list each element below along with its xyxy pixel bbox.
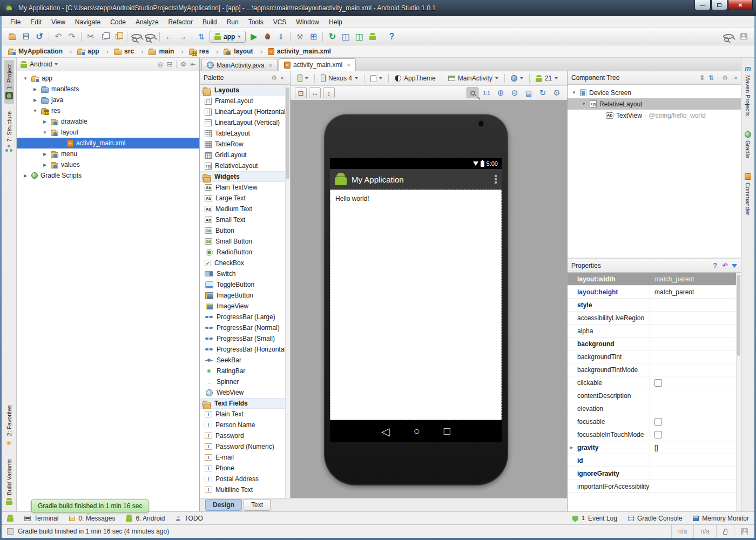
tool-tab-commander[interactable]: Commander bbox=[745, 173, 751, 215]
sdk-manager-icon[interactable]: ◫ bbox=[340, 31, 351, 43]
project-tree-item[interactable]: ▶values bbox=[17, 159, 199, 170]
tool-tab-project[interactable]: 1: Project bbox=[4, 60, 14, 104]
palette-item[interactable]: IPerson Name bbox=[200, 420, 286, 430]
crumb-file[interactable]: activity_main.xml bbox=[267, 48, 342, 55]
search-icon[interactable] bbox=[723, 34, 734, 39]
android-button[interactable]: 6: Android bbox=[126, 515, 165, 522]
gradle-console-button[interactable]: Gradle Console bbox=[628, 515, 682, 522]
highlighting-level-icon[interactable] bbox=[734, 525, 754, 538]
hello-world-textview[interactable]: Hello world! bbox=[335, 195, 369, 202]
sync-icon[interactable]: ↺ bbox=[34, 31, 45, 43]
gradle-sync-icon[interactable]: ↻ bbox=[327, 31, 338, 43]
menu-item[interactable]: Navigate bbox=[71, 17, 105, 27]
device-monitor-icon[interactable] bbox=[367, 31, 378, 43]
collapse-all-icon[interactable]: ⇅ bbox=[708, 74, 714, 82]
separator[interactable] bbox=[127, 32, 127, 42]
encoding-indicator[interactable]: n/a bbox=[693, 525, 716, 538]
palette-item[interactable]: Widgets bbox=[200, 171, 286, 182]
tree-toggle-icon[interactable]: ▶ bbox=[22, 173, 29, 178]
property-row[interactable]: alpha bbox=[568, 325, 737, 338]
palette-item[interactable]: ProgressBar (Normal) bbox=[200, 322, 286, 333]
open-icon[interactable] bbox=[7, 31, 18, 43]
api-level-dropdown[interactable]: 21 bbox=[533, 73, 561, 83]
palette-item[interactable]: ProgressBar (Horizontal) bbox=[200, 344, 286, 355]
separator[interactable] bbox=[290, 32, 291, 42]
save-icon[interactable] bbox=[21, 31, 31, 43]
separator[interactable] bbox=[192, 32, 192, 42]
editor-tab[interactable]: activity_main.xml× bbox=[279, 58, 356, 71]
locale-dropdown[interactable] bbox=[508, 74, 526, 83]
project-tree-item[interactable]: ▼res bbox=[17, 105, 199, 116]
actual-size-button[interactable]: 1:1 bbox=[481, 87, 492, 98]
property-row[interactable]: backgroundTintMode bbox=[568, 363, 737, 376]
menu-item[interactable]: Tools bbox=[244, 17, 268, 27]
hide-panel-icon[interactable]: ⇤ bbox=[190, 60, 195, 68]
palette-item[interactable]: TableRow bbox=[200, 139, 286, 150]
tool-tab-favorites[interactable]: 2: Favorites★ bbox=[5, 401, 14, 451]
todo-button[interactable]: TODO bbox=[176, 515, 202, 522]
menu-item[interactable]: Help bbox=[325, 17, 347, 27]
palette-item[interactable]: IPassword (Numeric) bbox=[200, 441, 286, 452]
palette-item[interactable]: ImageView bbox=[200, 301, 286, 312]
event-log-button[interactable]: 1Event Log bbox=[572, 515, 617, 522]
chevron-down-icon[interactable] bbox=[55, 63, 58, 65]
menu-item[interactable]: View bbox=[47, 17, 70, 27]
filter-icon[interactable] bbox=[732, 264, 737, 268]
palette-item[interactable]: IPassword bbox=[200, 430, 286, 441]
palette-item[interactable]: IMultiline Text bbox=[200, 484, 286, 495]
project-structure-icon[interactable]: ⊞ bbox=[308, 31, 319, 43]
crumb-app[interactable]: app bbox=[76, 48, 113, 56]
paste-icon[interactable] bbox=[112, 31, 123, 43]
palette-item[interactable]: RadioButton bbox=[200, 247, 286, 258]
tree-toggle-icon[interactable]: ▼ bbox=[571, 90, 577, 95]
back-icon[interactable]: ← bbox=[164, 31, 174, 43]
close-button[interactable]: ✕ bbox=[728, 0, 753, 10]
memory-monitor-button[interactable]: Memory Monitor bbox=[693, 515, 749, 522]
menu-item[interactable]: Code bbox=[106, 17, 130, 27]
project-tree-item[interactable]: ▶drawable bbox=[17, 116, 199, 127]
copy-icon[interactable] bbox=[99, 31, 110, 43]
property-row[interactable]: accessibilityLiveRegion bbox=[568, 312, 737, 325]
tree-toggle-icon[interactable]: ▶ bbox=[42, 163, 48, 167]
cut-icon[interactable]: ✂ bbox=[85, 31, 96, 43]
separator[interactable] bbox=[159, 32, 160, 42]
lock-icon[interactable] bbox=[716, 525, 734, 538]
refresh-button[interactable]: ↻ bbox=[537, 87, 549, 98]
palette-item[interactable]: ProgressBar (Large) bbox=[200, 312, 286, 322]
separator[interactable] bbox=[49, 32, 49, 42]
property-row[interactable]: focusable bbox=[568, 415, 737, 428]
tree-toggle-icon[interactable]: ▼ bbox=[32, 109, 38, 113]
avd-manager-icon[interactable]: ◫ bbox=[354, 31, 364, 43]
settings-icon[interactable]: ⚒ bbox=[294, 31, 305, 43]
palette-item[interactable]: AbMedium Text bbox=[200, 204, 286, 214]
component-tree-item[interactable]: ▼Device Screen bbox=[568, 87, 741, 98]
project-tree-item[interactable]: ▶java bbox=[17, 94, 199, 105]
theme-selector[interactable]: AppTheme bbox=[392, 73, 438, 83]
project-view-selector[interactable]: Android bbox=[30, 60, 52, 68]
property-row[interactable]: layout:heightmatch_parent bbox=[568, 286, 737, 299]
project-tree-item[interactable]: ▶manifests bbox=[17, 84, 199, 94]
palette-item[interactable]: OKSmall Button bbox=[200, 236, 286, 247]
fit-height-button[interactable]: ↕ bbox=[323, 87, 335, 98]
run-configuration-selector[interactable]: app bbox=[210, 31, 246, 43]
device-screen-preview[interactable]: 5:00 My Application bbox=[330, 158, 502, 442]
menu-item[interactable]: VCS bbox=[269, 17, 291, 27]
tool-tab-maven[interactable]: mMaven Projects bbox=[745, 64, 751, 116]
zoom-in-button[interactable]: ⊕ bbox=[495, 87, 507, 98]
settings-icon[interactable]: ⚙ bbox=[271, 74, 277, 82]
zoom-fit-button[interactable]: ⊡ bbox=[295, 87, 307, 98]
hierarchy-icon[interactable]: ⇅ bbox=[196, 31, 207, 43]
zoom-out-button[interactable]: ⊖ bbox=[509, 87, 521, 98]
toggle-toolwindows-icon[interactable] bbox=[7, 528, 14, 535]
palette-item[interactable]: ToggleButton bbox=[200, 279, 286, 290]
menu-item[interactable]: Build bbox=[198, 17, 221, 27]
property-row[interactable]: background bbox=[568, 338, 737, 350]
editor-mode-tab[interactable]: Text bbox=[244, 499, 271, 511]
settings-icon[interactable]: ⚙ bbox=[180, 60, 186, 68]
palette-item[interactable]: LinearLayout (Horizontal) bbox=[200, 106, 286, 117]
attach-debugger-icon[interactable]: ⇓ bbox=[275, 31, 286, 43]
component-tree-item[interactable]: ▼RelativeLayout bbox=[568, 98, 741, 110]
palette-item[interactable]: Text Fields bbox=[200, 398, 286, 409]
palette-item[interactable]: ★RatingBar bbox=[200, 366, 286, 376]
property-row[interactable]: backgroundTint bbox=[568, 350, 737, 363]
